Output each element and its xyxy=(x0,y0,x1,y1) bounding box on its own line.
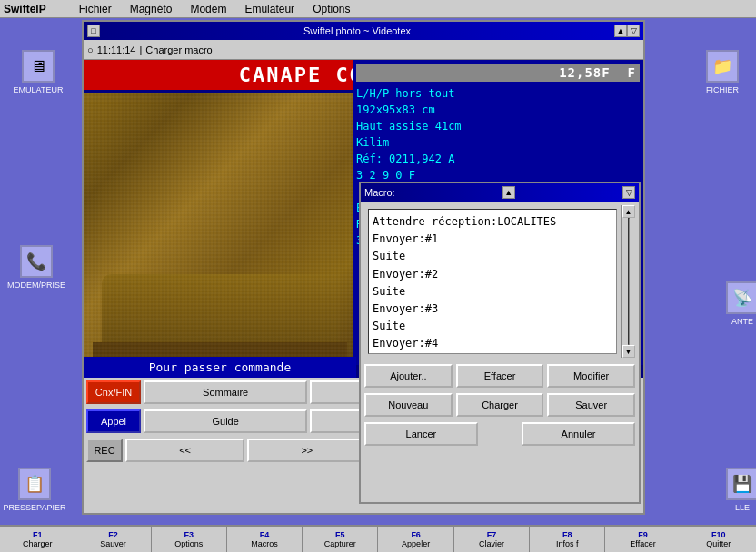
scroll-thumb xyxy=(628,218,630,345)
macro-close-btn[interactable]: ▲ xyxy=(502,186,515,199)
fichier-icon[interactable]: 📁 FICHIER xyxy=(695,50,750,95)
modem-icon[interactable]: 📞 MODEM/PRISE xyxy=(9,245,64,291)
macro-dialog-title: Macro: ▲ ▽ xyxy=(361,183,639,202)
menu-bar: SwiftelP Fichier Magnéto Modem Emulateur… xyxy=(0,0,756,18)
ajouter-button[interactable]: Ajouter.. xyxy=(364,364,453,388)
next-next-button[interactable]: >> xyxy=(247,439,366,462)
charger-macro-label: Charger macro xyxy=(145,44,212,55)
macro-dialog: Macro: ▲ ▽ Attendre réception:LOCALITES … xyxy=(359,182,641,504)
app-name: SwiftelP xyxy=(4,3,46,15)
menu-emulateur[interactable]: Emulateur xyxy=(241,3,298,15)
price-display: 12,58F F xyxy=(356,64,640,82)
dialog-btn-row-1: Ajouter.. Effacer Modifier xyxy=(361,361,639,390)
sofa-image xyxy=(84,93,356,365)
window-title: Swiftel photo ~ Videotex xyxy=(100,25,614,36)
fichier-label: FICHIER xyxy=(704,84,741,95)
sauver-button[interactable]: Sauver xyxy=(547,393,635,417)
fkey-bar: F1 Charger F2 Sauver F3 Options F4 Macro… xyxy=(0,525,756,552)
prev-prev-button[interactable]: << xyxy=(125,439,244,462)
window-zoom-btn[interactable]: ▲ xyxy=(614,25,627,37)
effacer-button[interactable]: Effacer xyxy=(456,364,544,388)
window-close-btn[interactable]: □ xyxy=(87,25,100,37)
window-minimize-btn[interactable]: ▽ xyxy=(627,25,640,37)
nouveau-button[interactable]: Nouveau xyxy=(364,393,453,417)
ante-label: ANTE xyxy=(730,316,755,327)
macro-scrollbar[interactable]: ▲ ▼ xyxy=(621,205,635,358)
sub-toolbar: ○ 11:11:14 | Charger macro xyxy=(84,40,643,60)
macro-text-content[interactable]: Attendre réception:LOCALITES Envoyer:#1 … xyxy=(368,209,617,354)
fkey-f6[interactable]: F6 Appeler xyxy=(378,527,453,552)
macro-resize-btn[interactable]: ▽ xyxy=(622,186,635,199)
fkey-f5[interactable]: F5 Capturer xyxy=(303,527,378,552)
modifier-button[interactable]: Modifier xyxy=(547,364,635,388)
window-title-bar: □ Swiftel photo ~ Videotex ▲ ▽ xyxy=(84,22,643,40)
fkey-f8[interactable]: F8 Infos f xyxy=(530,527,605,552)
fkey-f4[interactable]: F4 Macros xyxy=(227,527,303,552)
menu-options[interactable]: Options xyxy=(309,3,353,15)
dialog-btn-row-3: Lancer Annuler xyxy=(361,419,639,448)
lle-label: LLE xyxy=(733,502,751,513)
fkey-f2[interactable]: F2 Sauver xyxy=(75,527,151,552)
time-display: 11:11:14 xyxy=(97,44,136,55)
cnx-fin-button[interactable]: Cnx/FIN xyxy=(86,380,141,404)
sommaire-button[interactable]: Sommaire xyxy=(144,380,307,404)
menu-fichier[interactable]: Fichier xyxy=(75,3,115,15)
rec-button[interactable]: REC xyxy=(86,439,123,462)
ante-icon[interactable]: 📡 ANTE xyxy=(715,281,756,327)
lancer-button[interactable]: Lancer xyxy=(364,422,478,446)
pressepapier-label: PRESSEPAPIER xyxy=(2,502,68,513)
fkey-f9[interactable]: F9 Effacer xyxy=(605,527,681,552)
dialog-btn-row-2: Nouveau Charger Sauver xyxy=(361,390,639,419)
fkey-f10[interactable]: F10 Quitter xyxy=(681,527,756,552)
guide-button[interactable]: Guide xyxy=(144,409,307,433)
appel-button[interactable]: Appel xyxy=(86,409,141,433)
videotex-image xyxy=(84,93,356,365)
annuler-button[interactable]: Annuler xyxy=(522,422,635,446)
clock-icon: ○ xyxy=(87,44,94,55)
fkey-f1[interactable]: F1 Charger xyxy=(0,527,75,552)
charger-button[interactable]: Charger xyxy=(456,393,544,417)
toolbar-separator: | xyxy=(139,44,142,55)
pressepapier-icon[interactable]: 📋 PRESSEPAPIER xyxy=(7,468,62,513)
fkey-f7[interactable]: F7 Clavier xyxy=(454,527,530,552)
emulateur-label: EMULATEUR xyxy=(12,84,65,95)
emulateur-icon[interactable]: 🖥 EMULATEUR xyxy=(11,50,65,95)
menu-magneto[interactable]: Magnéto xyxy=(126,3,176,15)
scroll-down-btn[interactable]: ▼ xyxy=(622,345,635,358)
macro-content-area: Attendre réception:LOCALITES Envoyer:#1 … xyxy=(364,205,635,358)
fkey-f3[interactable]: F3 Options xyxy=(152,527,227,552)
lle-icon[interactable]: 💾 LLE xyxy=(715,468,756,513)
modem-label: MODEM/PRISE xyxy=(5,280,67,291)
menu-modem[interactable]: Modem xyxy=(186,3,230,15)
bottom-text-bar: Pour passer commande xyxy=(84,357,356,378)
scroll-up-btn[interactable]: ▲ xyxy=(622,205,635,218)
